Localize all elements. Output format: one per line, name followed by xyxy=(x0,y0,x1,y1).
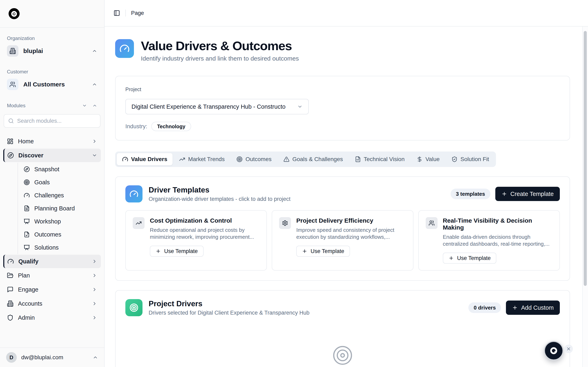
tab-outcomes[interactable]: Outcomes xyxy=(231,153,277,165)
sidebar-item-outcomes[interactable]: Outcomes xyxy=(18,228,101,241)
close-icon xyxy=(566,346,571,351)
bluplai-logo xyxy=(550,347,557,354)
sidebar-item-qualify[interactable]: Qualify xyxy=(3,255,101,268)
sidebar-item-label: Solutions xyxy=(34,244,59,251)
tab-value-drivers[interactable]: Value Drivers xyxy=(117,153,173,165)
tab-label: Value xyxy=(425,156,440,162)
modules-label: Modules xyxy=(7,103,26,108)
scrollbar-thumb[interactable] xyxy=(584,31,587,286)
industry-label: Industry: xyxy=(125,123,147,130)
file-code-icon xyxy=(355,156,361,162)
template-card-realtime-visibility[interactable]: Real-Time Visibility & Decision Making E… xyxy=(418,210,560,271)
message-square-icon xyxy=(7,286,13,293)
sidebar-header xyxy=(0,0,104,28)
organization-switcher[interactable]: bluplai xyxy=(3,44,101,58)
compass-icon xyxy=(24,166,30,172)
sidebar-item-label: Discover xyxy=(18,152,43,159)
users-icon xyxy=(426,217,438,229)
chevron-up-icon xyxy=(93,355,98,360)
sidebar-item-solutions[interactable]: Solutions xyxy=(18,241,101,254)
page-subtitle: Identify industry drivers and link them … xyxy=(141,55,299,62)
button-label: Use Template xyxy=(311,248,344,254)
template-description: Enable data-driven decisions through cen… xyxy=(443,234,553,247)
sidebar-item-engage[interactable]: Engage xyxy=(3,283,101,296)
users-icon xyxy=(7,79,18,90)
sidebar-item-label: Engage xyxy=(18,286,38,293)
gauge-icon xyxy=(115,39,134,58)
tab-market-trends[interactable]: Market Trends xyxy=(174,153,230,165)
create-template-button[interactable]: Create Template xyxy=(495,187,560,201)
collapse-all-icon[interactable] xyxy=(82,103,87,108)
target-icon xyxy=(332,345,353,366)
section-title: Project Drivers xyxy=(149,300,310,308)
shield-icon xyxy=(7,314,13,321)
sidebar-item-challenges[interactable]: Challenges xyxy=(18,189,101,202)
bluplai-logo[interactable] xyxy=(9,8,20,19)
assistant-button[interactable] xyxy=(544,341,563,360)
driver-templates-header: Driver Templates Organization-wide drive… xyxy=(125,185,560,202)
section-subtitle: Drivers selected for Digital Client Expe… xyxy=(149,310,310,316)
sidebar-item-admin[interactable]: Admin xyxy=(3,311,101,324)
organization-label: Organization xyxy=(7,35,97,41)
sidebar-item-snapshot[interactable]: Snapshot xyxy=(18,163,101,176)
use-template-button[interactable]: Use Template xyxy=(296,246,350,257)
project-label: Project xyxy=(125,86,560,92)
template-card-cost-optimization[interactable]: Cost Optimization & Control Reduce opera… xyxy=(125,210,267,271)
tab-solution-fit[interactable]: Solution Fit xyxy=(446,153,494,165)
dollar-icon xyxy=(416,156,423,162)
customer-name: All Customers xyxy=(23,81,65,88)
organization-name: bluplai xyxy=(23,48,43,54)
chevron-up-icon xyxy=(92,48,97,54)
empty-state: No drivers added to this project yet. xyxy=(125,345,560,367)
plus-icon xyxy=(302,249,307,254)
button-label: Create Template xyxy=(510,191,554,197)
plus-icon xyxy=(156,249,161,254)
scrollbar-track[interactable] xyxy=(582,26,588,367)
sidebar-item-plan[interactable]: Plan xyxy=(3,269,101,282)
use-template-button[interactable]: Use Template xyxy=(150,246,204,257)
template-card-delivery-efficiency[interactable]: Project Delivery Efficiency Improve spee… xyxy=(272,210,413,271)
project-drivers-header: Project Drivers Drivers selected for Dig… xyxy=(125,299,560,316)
tab-label: Goals & Challenges xyxy=(292,156,343,162)
plus-icon xyxy=(449,256,454,261)
search-input[interactable] xyxy=(17,118,96,124)
tab-goals-challenges[interactable]: Goals & Challenges xyxy=(278,153,348,165)
sidebar-item-goals[interactable]: Goals xyxy=(18,176,101,189)
sidebar-item-label: Outcomes xyxy=(34,231,61,238)
sidebar-item-label: Qualify xyxy=(18,258,38,265)
project-select[interactable]: Digital Client Experience & Transparency… xyxy=(125,99,309,114)
add-custom-button[interactable]: Add Custom xyxy=(506,300,560,315)
target-icon xyxy=(125,299,143,316)
topbar: Page xyxy=(104,0,588,26)
expand-all-icon[interactable] xyxy=(92,103,97,108)
drivers-count-badge: 0 drivers xyxy=(468,302,501,313)
assistant-close-button[interactable] xyxy=(564,345,573,353)
modules-search[interactable] xyxy=(4,114,100,128)
user-menu[interactable]: D dw@bluplai.com xyxy=(0,347,104,367)
sidebar-item-discover[interactable]: Discover xyxy=(3,149,101,162)
sidebar: Organization bluplai Customer All Custom… xyxy=(0,0,104,367)
sidebar-item-label: Plan xyxy=(18,272,30,279)
sidebar-item-home[interactable]: Home xyxy=(3,134,101,148)
chevron-right-icon xyxy=(92,315,97,320)
use-template-button[interactable]: Use Template xyxy=(443,253,497,264)
chevron-right-icon xyxy=(92,139,97,144)
layout-dashboard-icon xyxy=(7,138,13,145)
template-title: Project Delivery Efficiency xyxy=(296,217,406,224)
sidebar-item-accounts[interactable]: Accounts xyxy=(3,297,101,310)
section-subtitle: Organization-wide driver templates - cli… xyxy=(149,196,291,202)
customer-label: Customer xyxy=(7,69,97,75)
tab-bar: Value Drivers Market Trends Outcomes Goa… xyxy=(115,151,496,167)
avatar: D xyxy=(6,352,17,363)
tab-label: Value Drivers xyxy=(131,156,167,162)
customer-switcher[interactable]: All Customers xyxy=(3,78,101,91)
tab-value[interactable]: Value xyxy=(411,153,445,165)
sidebar-item-planning-board[interactable]: Planning Board xyxy=(18,202,101,215)
sidebar-toggle-icon[interactable] xyxy=(113,10,120,16)
gauge-icon xyxy=(24,192,30,198)
building-icon xyxy=(7,300,13,307)
divider xyxy=(125,9,126,17)
sidebar-item-workshop[interactable]: Workshop xyxy=(18,215,101,228)
tab-technical-vision[interactable]: Technical Vision xyxy=(350,153,410,165)
project-select-value: Digital Client Experience & Transparency… xyxy=(131,103,285,110)
